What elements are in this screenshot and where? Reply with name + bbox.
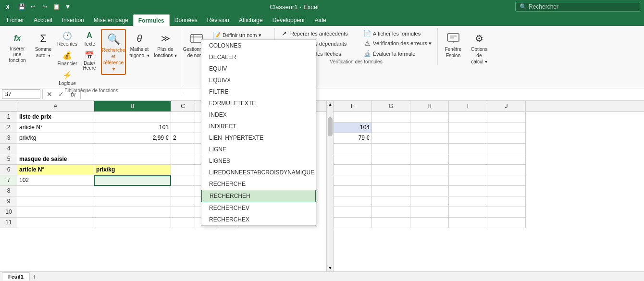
cell-H7[interactable]	[410, 175, 449, 186]
tab-formules[interactable]: Formules	[133, 14, 170, 26]
maths-button[interactable]: θ Maths ettrigono. ▾	[127, 29, 152, 61]
cell-I5[interactable]	[449, 154, 487, 165]
cell-G7[interactable]	[372, 175, 410, 186]
cell-C6[interactable]	[171, 165, 195, 175]
cell-G5[interactable]	[372, 154, 410, 165]
date-button[interactable]: 📅 Date/Heure	[79, 49, 100, 72]
cell-B7[interactable]	[94, 175, 171, 186]
row-header-10[interactable]: 10	[0, 207, 17, 218]
afficher-formules-button[interactable]: 📄 Afficher les formules	[360, 29, 434, 38]
cell-C9[interactable]	[171, 196, 195, 207]
vertical-scrollbar[interactable]: ▲ ▼	[327, 101, 334, 271]
cell-I1[interactable]	[449, 112, 487, 122]
cell-A7[interactable]: 102	[17, 175, 94, 186]
cell-J3[interactable]	[487, 133, 526, 144]
cell-F5[interactable]	[334, 154, 372, 165]
row-header-1[interactable]: 1	[0, 112, 17, 122]
cell-J10[interactable]	[487, 207, 526, 218]
cell-A6[interactable]: article N°	[17, 165, 94, 175]
cell-A9[interactable]	[17, 196, 94, 207]
options-calcul-button[interactable]: ⚙ Options decalcul ▾	[467, 29, 492, 67]
cell-H2[interactable]	[410, 122, 449, 133]
cell-G9[interactable]	[372, 196, 410, 207]
cell-I4[interactable]	[449, 144, 487, 154]
reperer-antecedents-button[interactable]: ↗ Repérer les antécédents	[278, 29, 351, 38]
fenetre-espion-button[interactable]: FenêtreEspion	[441, 29, 466, 61]
cell-J11[interactable]	[487, 218, 526, 228]
menu-item-equiv[interactable]: EQUIV	[201, 63, 316, 74]
cell-F9[interactable]	[334, 196, 372, 207]
cell-H6[interactable]	[410, 165, 449, 175]
row-header-5[interactable]: 5	[0, 154, 17, 165]
cell-G4[interactable]	[372, 144, 410, 154]
cell-I11[interactable]	[449, 218, 487, 228]
cell-C1[interactable]	[171, 112, 195, 122]
tab-revision[interactable]: Révision	[202, 14, 234, 26]
menu-item-colonnes[interactable]: COLONNES	[201, 40, 316, 51]
logique-button[interactable]: ⚡ Logique	[57, 68, 78, 87]
cell-C5[interactable]	[171, 154, 195, 165]
cell-C8[interactable]	[171, 186, 195, 196]
cell-I8[interactable]	[449, 186, 487, 196]
scrollbar-thumb[interactable]	[328, 117, 333, 136]
cell-H8[interactable]	[410, 186, 449, 196]
tab-aide[interactable]: Aide	[310, 14, 331, 26]
menu-item-formuletexte[interactable]: FORMULETEXTE	[201, 98, 316, 109]
menu-item-lien-hypertexte[interactable]: LIEN_HYPERTEXTE	[201, 132, 316, 144]
menu-item-recherchex[interactable]: RECHERCHEX	[201, 214, 316, 225]
col-header-F[interactable]: F	[334, 101, 372, 111]
cell-B11[interactable]	[94, 218, 171, 228]
cell-A11[interactable]	[17, 218, 94, 228]
menu-item-decaler[interactable]: DECALER	[201, 51, 316, 63]
cell-J9[interactable]	[487, 196, 526, 207]
cell-J2[interactable]	[487, 122, 526, 133]
menu-item-index[interactable]: INDEX	[201, 109, 316, 121]
cell-B6[interactable]: prix/kg	[94, 165, 171, 175]
cell-F2[interactable]: 104	[334, 122, 372, 133]
cell-A2[interactable]: article N°	[17, 122, 94, 133]
row-header-7[interactable]: 7	[0, 175, 17, 186]
redo-button[interactable]: ↪	[39, 1, 50, 12]
cell-I6[interactable]	[449, 165, 487, 175]
cell-G8[interactable]	[372, 186, 410, 196]
cell-A10[interactable]	[17, 207, 94, 218]
cell-F3[interactable]: 79 €	[334, 133, 372, 144]
cell-G3[interactable]	[372, 133, 410, 144]
cell-B4[interactable]	[94, 144, 171, 154]
menu-item-rechercheh[interactable]: RECHERCHEH	[201, 190, 316, 202]
cell-F8[interactable]	[334, 186, 372, 196]
col-header-H[interactable]: H	[410, 101, 449, 111]
save-button[interactable]: 💾	[16, 1, 27, 12]
financier-button[interactable]: 💰 Financier	[57, 49, 78, 67]
definir-nom-button[interactable]: 📝 Définir un nom ▾	[210, 31, 272, 40]
row-header-6[interactable]: 6	[0, 165, 17, 175]
tab-developpeur[interactable]: Développeur	[268, 14, 310, 26]
cell-J8[interactable]	[487, 186, 526, 196]
cell-H11[interactable]	[410, 218, 449, 228]
search-bar[interactable]: 🔍	[515, 2, 640, 12]
row-header-4[interactable]: 4	[0, 144, 17, 154]
cell-A5[interactable]: masque de saisie	[17, 154, 94, 165]
col-header-J[interactable]: J	[487, 101, 526, 111]
add-sheet-button[interactable]: +	[33, 273, 37, 281]
tab-affichage[interactable]: Affichage	[234, 14, 268, 26]
cell-B2[interactable]: 101	[94, 122, 171, 133]
menu-item-recherchev[interactable]: RECHERCHEV	[201, 202, 316, 214]
cell-C10[interactable]	[171, 207, 195, 218]
verification-erreurs-button[interactable]: ⚠ Vérification des erreurs ▾	[360, 39, 434, 48]
row-header-11[interactable]: 11	[0, 218, 17, 228]
cell-J1[interactable]	[487, 112, 526, 122]
cell-A1[interactable]: liste de prix	[17, 112, 94, 122]
cell-G2[interactable]	[372, 122, 410, 133]
insert-function-button[interactable]: fx Insérer unefonction	[5, 29, 30, 65]
cell-I3[interactable]	[449, 133, 487, 144]
cell-J5[interactable]	[487, 154, 526, 165]
col-header-C[interactable]: C	[171, 101, 195, 111]
cell-B5[interactable]	[94, 154, 171, 165]
col-header-G[interactable]: G	[372, 101, 410, 111]
cell-C2[interactable]	[171, 122, 195, 133]
cell-H3[interactable]	[410, 133, 449, 144]
col-header-B[interactable]: B	[94, 101, 171, 111]
cell-H5[interactable]	[410, 154, 449, 165]
tab-mise-en-page[interactable]: Mise en page	[89, 14, 133, 26]
